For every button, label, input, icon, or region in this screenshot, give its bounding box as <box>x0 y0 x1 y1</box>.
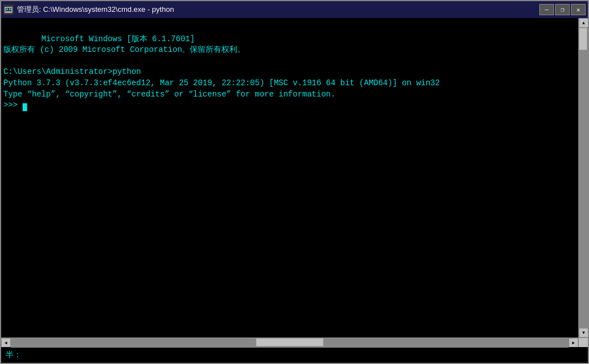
scrollbar-corner <box>578 338 588 348</box>
window-title: 管理员: C:\Windows\system32\cmd.exe - pytho… <box>17 5 174 15</box>
vertical-scrollbar[interactable]: ▲ ▼ <box>578 18 588 337</box>
close-button[interactable]: ✕ <box>571 4 586 15</box>
minimize-button[interactable]: — <box>539 4 554 15</box>
line-6: Type “help”, “copyright”, “credits” or “… <box>3 90 335 99</box>
scroll-track-h[interactable] <box>11 338 569 348</box>
restore-button[interactable]: ❐ <box>555 4 570 15</box>
status-bar: 半： <box>1 347 588 363</box>
scroll-thumb-v[interactable] <box>579 28 587 50</box>
scroll-thumb-h[interactable] <box>256 338 324 347</box>
status-text: 半： <box>6 350 21 360</box>
terminal[interactable]: Microsoft Windows [版本 6.1.7601] 版权所有 (c)… <box>1 18 578 337</box>
line-4: C:\Users\Administrator>python <box>3 67 141 76</box>
scroll-down-button[interactable]: ▼ <box>579 328 588 337</box>
scroll-track-v[interactable] <box>579 28 588 328</box>
window-icon <box>3 5 14 15</box>
line-3 <box>3 56 8 65</box>
scroll-right-button[interactable]: ► <box>569 338 578 348</box>
scroll-up-button[interactable]: ▲ <box>579 18 588 28</box>
line-1: Microsoft Windows [版本 6.1.7601] <box>41 34 195 43</box>
svg-rect-3 <box>6 11 11 12</box>
terminal-content: Microsoft Windows [版本 6.1.7601] 版权所有 (c)… <box>3 23 576 333</box>
cursor <box>23 103 27 111</box>
line-7: >>> <box>3 100 23 109</box>
line-5: Python 3.7.3 (v3.7.3:ef4ec6ed12, Mar 25 … <box>3 78 440 87</box>
window-controls: — ❐ ✕ <box>539 4 586 15</box>
cmd-window: 管理员: C:\Windows\system32\cmd.exe - pytho… <box>0 0 589 364</box>
scroll-left-button[interactable]: ◄ <box>1 338 11 348</box>
svg-rect-2 <box>9 8 11 10</box>
title-bar: 管理员: C:\Windows\system32\cmd.exe - pytho… <box>1 1 588 18</box>
main-area: Microsoft Windows [版本 6.1.7601] 版权所有 (c)… <box>1 18 588 337</box>
line-2: 版权所有 (c) 2009 Microsoft Corporation。保留所有… <box>3 45 245 54</box>
horizontal-scrollbar[interactable]: ◄ ► <box>1 337 588 347</box>
svg-rect-1 <box>6 8 8 10</box>
title-bar-left: 管理员: C:\Windows\system32\cmd.exe - pytho… <box>3 5 174 15</box>
